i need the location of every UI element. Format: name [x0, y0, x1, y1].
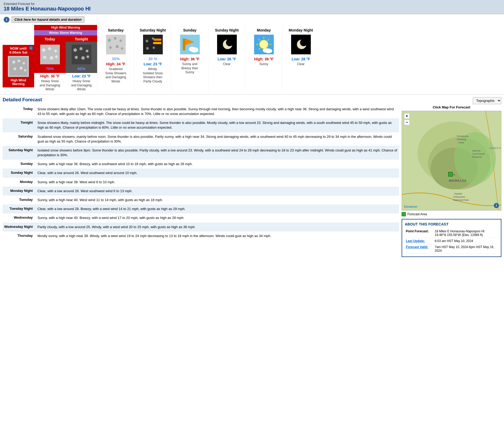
- saturday-night-desc: Windy.Isolated SnowShowers thenPartly Cl…: [143, 67, 162, 83]
- table-row: Tonight Snow showers likely, mainly befo…: [3, 118, 399, 132]
- legend-color-box: [402, 212, 406, 216]
- svg-text:❄: ❄: [86, 55, 90, 59]
- svg-point-57: [300, 39, 307, 46]
- high-wind-warning-tag: High Wind Warning: [34, 25, 97, 30]
- map-zoom-controls: + −: [404, 113, 410, 125]
- now-info-icon[interactable]: i: [29, 46, 33, 50]
- svg-text:Volcanoes: Volcanoes: [453, 195, 465, 198]
- period-text: Sunny, with a high near 40. West wind 11…: [36, 196, 399, 204]
- period-name: Thursday: [3, 232, 36, 240]
- table-row: Monday Night Clear, with a low around 28…: [3, 187, 399, 196]
- svg-rect-36: [183, 39, 185, 50]
- svg-text:Training: Training: [457, 138, 466, 141]
- disclaimer-link[interactable]: Disclaimer: [404, 205, 417, 208]
- today-label: Today: [34, 35, 66, 42]
- svg-text:❄: ❄: [43, 55, 47, 60]
- info-icon: i: [4, 17, 9, 23]
- svg-text:❄: ❄: [22, 61, 25, 65]
- warning-tags: High Wind Warning Winter Storm Warning: [34, 25, 97, 35]
- saturday-precip: 30%: [112, 56, 120, 61]
- today-tonight-group: High Wind Warning Winter Storm Warning T…: [34, 25, 97, 92]
- sunday-night-temp: Low: 26 °F: [218, 57, 236, 61]
- svg-text:❄: ❄: [79, 46, 83, 51]
- svg-text:❄: ❄: [13, 67, 17, 71]
- zoom-in-button[interactable]: +: [404, 113, 410, 119]
- tonight-temp: Low: 23 °F: [72, 74, 91, 78]
- detailed-forecast-panel: Detailed Forecast Today Snow showers lik…: [3, 97, 402, 257]
- main-content: Detailed Forecast Today Snow showers lik…: [0, 95, 504, 260]
- saturday-night-temp: Low: 23 °F: [144, 62, 162, 66]
- svg-text:Reserve: Reserve: [472, 155, 482, 158]
- table-row: Tuesday Sunny, with a high near 40. West…: [3, 196, 399, 204]
- sunday-night-col: Sunday Night Low: 26 °F Clear: [208, 25, 245, 92]
- svg-text:❄: ❄: [145, 39, 149, 43]
- page-header: Extended Forecast for 18 Miles E Honauna…: [0, 0, 504, 14]
- period-text: Clear, with a low around 28. West southw…: [36, 187, 399, 196]
- today-temp: High: 36 °F: [40, 74, 59, 78]
- monday-night-label: Monday Night: [285, 27, 317, 33]
- saturday-temp: High: 34 °F: [106, 62, 125, 66]
- monday-desc: Sunny: [259, 62, 268, 66]
- sunday-night-desc: Clear: [223, 62, 231, 66]
- period-text: Sunny, with a high near 36. Breezy, with…: [36, 160, 399, 169]
- svg-text:❄: ❄: [81, 55, 85, 61]
- svg-text:❄: ❄: [115, 44, 119, 49]
- svg-point-39: [189, 47, 195, 51]
- svg-text:Area: Area: [458, 141, 464, 144]
- map-container[interactable]: Pohakuba Training Area Mauna Loa Forest …: [402, 111, 501, 211]
- svg-rect-74: [448, 172, 453, 176]
- forecast-valid-value: 7am HST May 10, 2024-6pm HST May 16, 202…: [434, 244, 498, 254]
- sunday-night-label: Sunday Night: [211, 27, 243, 33]
- saturday-col: Saturday ❄ ❄ ❄ ❄ ❄ ❄ 30% High: 34 °F Sca…: [97, 25, 134, 92]
- table-row: Tuesday Night Clear, with a low around 2…: [3, 204, 399, 213]
- hazard-bar: i Click here for hazard details and dura…: [0, 14, 504, 25]
- table-row: Saturday Scattered snow showers, mainly …: [3, 132, 399, 146]
- period-text: Scattered snow showers, mainly before no…: [36, 132, 399, 146]
- svg-text:❄: ❄: [119, 39, 122, 43]
- today-desc: Heavy Snowand DamagingWinds: [40, 79, 60, 92]
- svg-point-42: [226, 39, 233, 46]
- saturday-desc: ScatteredSnow Showersand DamagingWinds: [105, 67, 126, 83]
- map-info-icon[interactable]: i: [494, 203, 499, 208]
- saturday-label: Saturday: [100, 27, 132, 33]
- winter-storm-warning-tag: Winter Storm Warning: [34, 30, 97, 35]
- detailed-forecast-title: Detailed Forecast: [3, 97, 399, 103]
- forecast-area-legend: Forecast Area: [402, 212, 501, 216]
- map-type-select[interactable]: Topographic: [473, 97, 501, 104]
- hazard-link[interactable]: Click here for hazard details and durati…: [12, 16, 85, 23]
- svg-rect-32: [153, 42, 161, 44]
- tonight-desc: Heavy Snowand DamagingWinds: [71, 79, 92, 92]
- today-icon: ❄ ❄ ❄ ❄ ❄ ❄: [39, 44, 60, 65]
- svg-text:❄: ❄: [12, 60, 16, 65]
- svg-text:❄: ❄: [17, 59, 20, 63]
- monday-label: Monday: [248, 27, 280, 33]
- forecast-table: Today Snow showers likely after 10am. Th…: [3, 105, 399, 240]
- zoom-out-button[interactable]: −: [404, 119, 410, 125]
- forecast-strip: i NOW until6:00am Sat ❄ ❄ ❄ ❄ ❄ ❄ High W…: [0, 25, 504, 95]
- table-row: Wednesday Night Partly cloudy, with a lo…: [3, 223, 399, 232]
- monday-col: Monday: [245, 25, 282, 92]
- svg-text:Pohakuba: Pohakuba: [457, 135, 469, 138]
- svg-text:m: m: [453, 173, 455, 176]
- right-panel: Topographic Click Map For Forecast Pohak…: [402, 97, 501, 257]
- point-forecast-value: 18 Miles E Honaunau-Napoopoo HI19.48°N 1…: [434, 228, 498, 238]
- svg-text:❄: ❄: [19, 66, 23, 71]
- now-period: i NOW until6:00am Sat ❄ ❄ ❄ ❄ ❄ ❄ High W…: [3, 45, 34, 87]
- table-row: Today Snow showers likely after 10am. Th…: [3, 105, 399, 118]
- header-subtitle: Extended Forecast for: [4, 2, 500, 6]
- sunday-label: Sunday: [174, 27, 206, 33]
- map-controls: Topographic: [402, 97, 501, 104]
- about-table: Point Forecast: 18 Miles E Honaunau-Napo…: [405, 228, 498, 254]
- svg-point-44: [260, 40, 268, 49]
- table-row: Thursday Mostly sunny, with a high near …: [3, 232, 399, 240]
- period-name: Today: [3, 105, 36, 118]
- period-name: Saturday Night: [3, 146, 36, 160]
- last-update-value: 6:03 am HST May 10, 2024: [434, 238, 498, 244]
- last-update-row: Last Update: 6:03 am HST May 10, 2024: [405, 238, 498, 244]
- period-text: Partly cloudy, with a low around 25. Win…: [36, 223, 399, 232]
- today-precip: 70%: [46, 66, 54, 71]
- topo-map-svg: Pohakuba Training Area Mauna Loa Forest …: [402, 111, 501, 210]
- svg-text:❄: ❄: [120, 46, 124, 51]
- point-forecast-label: Point Forecast:: [405, 228, 434, 238]
- period-name: Tuesday: [3, 196, 36, 204]
